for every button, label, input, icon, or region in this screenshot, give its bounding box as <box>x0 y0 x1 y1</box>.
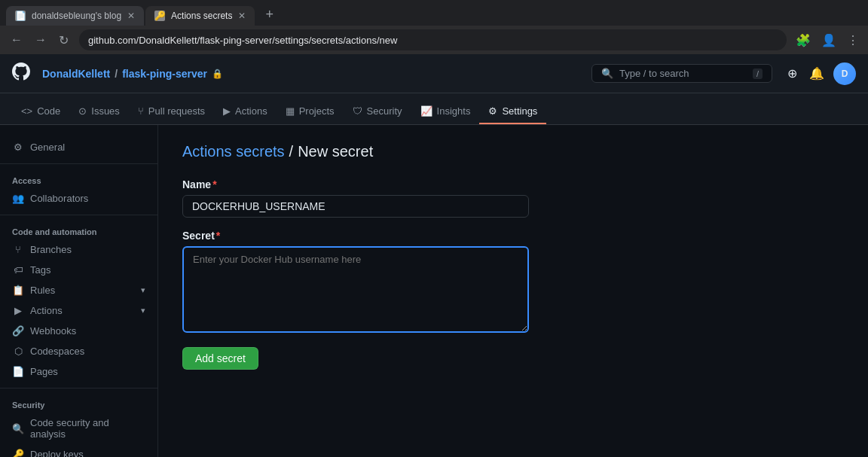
sidebar-tags-label: Tags <box>30 264 50 276</box>
name-required: * <box>212 178 216 190</box>
tab2-title: Actions secrets <box>171 11 232 21</box>
sidebar-rules-label: Rules <box>30 285 55 296</box>
header-icons: ⊕ 🔔 D <box>784 62 856 85</box>
nav-code[interactable]: <> Code <box>12 99 69 124</box>
deploy-keys-icon: 🔑 <box>12 449 24 457</box>
sidebar-actions-label: Actions <box>30 305 63 316</box>
pulls-icon: ⑂ <box>138 105 144 117</box>
page-content: Actions secrets / New secret Name* Secre… <box>158 125 868 457</box>
rules-icon: 📋 <box>12 285 24 296</box>
code-icon: <> <box>21 105 32 117</box>
browser-tab-1[interactable]: 📄 donaldsebleung's blog ✕ <box>6 6 144 26</box>
sidebar-pages-label: Pages <box>30 366 58 377</box>
webhooks-icon: 🔗 <box>12 325 24 337</box>
sidebar-branches-label: Branches <box>30 244 72 255</box>
sidebar-item-collaborators[interactable]: 👥 Collaborators <box>0 188 157 209</box>
secret-required: * <box>216 230 220 242</box>
sidebar-codespaces-label: Codespaces <box>30 346 84 357</box>
tags-icon: 🏷 <box>12 264 24 276</box>
tab1-close[interactable]: ✕ <box>127 11 135 21</box>
name-label: Name* <box>182 178 844 190</box>
notifications-icon[interactable]: 🔔 <box>806 63 827 84</box>
main-content: ⚙ General Access 👥 Collaborators Code an… <box>0 125 868 457</box>
branches-icon: ⑂ <box>12 244 24 255</box>
sidebar-item-pages[interactable]: 📄 Pages <box>0 361 157 382</box>
collaborators-icon: 👥 <box>12 193 24 204</box>
nav-projects[interactable]: ▦ Projects <box>277 99 344 124</box>
nav-pulls[interactable]: ⑂ Pull requests <box>129 99 214 124</box>
sidebar-access-heading: Access <box>0 170 157 188</box>
sidebar-item-branches[interactable]: ⑂ Branches <box>0 239 157 260</box>
back-button[interactable]: ← <box>6 30 27 50</box>
nav-buttons: ← → ↻ <box>6 30 73 50</box>
lock-icon: 🔒 <box>212 69 223 79</box>
page-title: Actions secrets / New secret <box>182 143 844 160</box>
actions-chevron: ▾ <box>141 306 145 315</box>
profile-icon[interactable]: 👤 <box>818 30 839 50</box>
menu-icon[interactable]: ⋮ <box>844 30 862 50</box>
search-shortcut: / <box>753 69 763 79</box>
sidebar-security-heading: Security <box>0 395 157 413</box>
nav-settings[interactable]: ⚙ Settings <box>479 99 546 124</box>
avatar[interactable]: D <box>833 62 856 85</box>
breadcrumb-separator: / <box>289 143 294 160</box>
sidebar-item-actions[interactable]: ▶ Actions ▾ <box>0 300 157 321</box>
sidebar-general-label: General <box>30 142 65 153</box>
nav-projects-label: Projects <box>299 105 335 117</box>
search-placeholder: Type / to search <box>619 68 689 79</box>
sidebar-item-deploy-keys[interactable]: 🔑 Deploy keys <box>0 444 157 457</box>
repo-link[interactable]: flask-ping-server <box>122 68 207 80</box>
github-header: DonaldKellett / flask-ping-server 🔒 🔍 Ty… <box>0 54 868 93</box>
nav-code-label: Code <box>37 105 60 117</box>
add-secret-button[interactable]: Add secret <box>182 347 258 370</box>
nav-insights-label: Insights <box>437 105 471 117</box>
sidebar-item-webhooks[interactable]: 🔗 Webhooks <box>0 321 157 341</box>
extensions-icon[interactable]: 🧩 <box>793 30 814 50</box>
sidebar-item-rules[interactable]: 📋 Rules ▾ <box>0 280 157 300</box>
search-box[interactable]: 🔍 Type / to search / <box>591 64 772 83</box>
tab2-close[interactable]: ✕ <box>238 11 246 21</box>
projects-icon: ▦ <box>286 105 295 117</box>
issues-icon: ⊙ <box>78 105 87 117</box>
breadcrumb-link[interactable]: Actions secrets <box>182 143 285 160</box>
repo-nav: <> Code ⊙ Issues ⑂ Pull requests ▶ Actio… <box>0 93 868 125</box>
github-logo <box>12 62 30 85</box>
sidebar-actions-icon: ▶ <box>12 305 24 316</box>
secret-form-group: Secret* <box>182 230 844 335</box>
tab1-favicon: 📄 <box>15 11 26 21</box>
nav-settings-label: Settings <box>502 105 537 117</box>
secret-textarea[interactable] <box>182 246 529 333</box>
address-bar[interactable] <box>79 29 787 50</box>
general-icon: ⚙ <box>12 142 24 153</box>
tab2-favicon: 🔑 <box>154 11 165 21</box>
browser-chrome: 📄 donaldsebleung's blog ✕ 🔑 Actions secr… <box>0 0 868 54</box>
nav-issues-label: Issues <box>91 105 120 117</box>
user-link[interactable]: DonaldKellett <box>42 68 110 80</box>
sidebar-item-code-security[interactable]: 🔍 Code security and analysis <box>0 413 157 444</box>
security-icon: 🛡 <box>353 105 362 117</box>
sidebar-deploy-keys-label: Deploy keys <box>30 449 84 457</box>
nav-actions[interactable]: ▶ Actions <box>214 99 277 124</box>
new-tab-button[interactable]: + <box>259 4 280 26</box>
sidebar-item-tags[interactable]: 🏷 Tags <box>0 260 157 280</box>
pages-icon: 📄 <box>12 366 24 377</box>
plus-icon[interactable]: ⊕ <box>784 63 800 84</box>
settings-icon: ⚙ <box>488 105 497 117</box>
sidebar-webhooks-label: Webhooks <box>30 325 76 337</box>
nav-actions-label: Actions <box>235 105 267 117</box>
forward-button[interactable]: → <box>30 30 51 50</box>
name-input[interactable] <box>182 195 529 218</box>
nav-security[interactable]: 🛡 Security <box>344 99 411 124</box>
reload-button[interactable]: ↻ <box>54 30 73 50</box>
sidebar-collaborators-label: Collaborators <box>30 193 88 204</box>
sidebar-item-general[interactable]: ⚙ General <box>0 137 157 157</box>
breadcrumb-current: New secret <box>298 143 373 160</box>
secret-label: Secret* <box>182 230 844 242</box>
insights-icon: 📈 <box>420 105 432 117</box>
sidebar-code-automation-heading: Code and automation <box>0 221 157 239</box>
nav-security-label: Security <box>367 105 402 117</box>
nav-insights[interactable]: 📈 Insights <box>411 99 480 124</box>
sidebar-item-codespaces[interactable]: ⬡ Codespaces <box>0 341 157 361</box>
browser-tab-2[interactable]: 🔑 Actions secrets ✕ <box>145 6 255 26</box>
nav-issues[interactable]: ⊙ Issues <box>69 99 129 124</box>
